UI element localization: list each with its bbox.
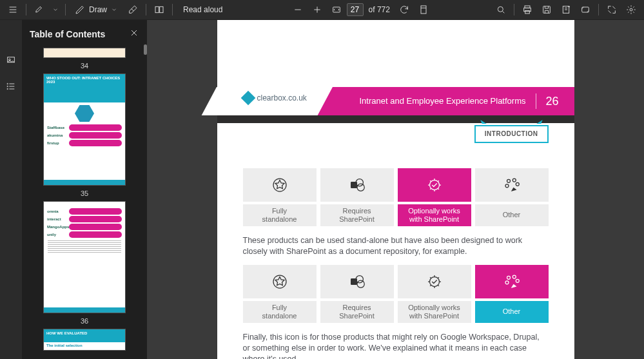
thumbnail-label: 34 <box>81 62 88 70</box>
highlighter-dropdown-icon[interactable] <box>50 1 61 19</box>
svg-point-36 <box>505 281 509 284</box>
chevron-down-icon <box>111 6 117 13</box>
svg-point-25 <box>516 182 519 186</box>
svg-text:S: S <box>352 279 355 284</box>
standalone-icon <box>243 265 317 298</box>
sidebar-rail <box>0 20 22 359</box>
thumbnail-label: 35 <box>81 189 88 197</box>
optional-sharepoint-label: Optionally works with SharePoint <box>398 204 471 226</box>
svg-point-23 <box>507 179 510 182</box>
svg-point-24 <box>512 179 516 182</box>
thumbnail-label: 36 <box>81 317 88 325</box>
standalone-icon <box>243 168 317 202</box>
draw-label: Draw <box>89 5 107 14</box>
svg-rect-7 <box>525 10 530 14</box>
page-view-icon[interactable] <box>415 1 433 19</box>
thumbnail-35[interactable]: WHO STOOD OUT: INTRANET CHOICES 2023 Sta… <box>43 73 126 186</box>
zoom-out-icon[interactable] <box>289 1 307 19</box>
svg-point-26 <box>505 184 509 188</box>
contents-icon[interactable] <box>4 1 22 19</box>
optional-sharepoint-icon <box>398 168 471 202</box>
search-icon[interactable] <box>492 1 510 19</box>
other-icon <box>475 168 549 202</box>
sidebar-scrollbar[interactable] <box>144 44 147 55</box>
other-icon <box>475 265 549 298</box>
other-label: Other <box>475 301 549 323</box>
toc-title: Table of Contents <box>30 29 105 39</box>
pdf-page: clearbox.co.uk Intranet and Employee Exp… <box>217 20 574 359</box>
erase-icon[interactable] <box>124 1 142 19</box>
svg-point-4 <box>498 6 503 12</box>
requires-sharepoint-label: Requires SharePoint <box>320 301 394 323</box>
option-row-labels-2: Fully standalone Requires SharePoint Opt… <box>243 301 549 323</box>
read-aloud-label: Read aloud <box>183 5 222 14</box>
print-icon[interactable] <box>518 1 536 19</box>
svg-rect-1 <box>160 6 163 12</box>
fit-page-icon[interactable] <box>327 1 346 19</box>
page-total-label: of 772 <box>369 5 390 14</box>
settings-icon[interactable] <box>622 1 640 19</box>
thumbnail-36[interactable]: omnia interact MangoApps unily <box>43 201 126 313</box>
svg-rect-0 <box>155 6 159 12</box>
toc-sidebar: Table of Contents 34 WHO STOOD OUT: INTR… <box>22 20 147 359</box>
svg-rect-3 <box>421 6 426 14</box>
optional-sharepoint-label: Optionally works with SharePoint <box>398 301 471 323</box>
two-page-view-icon[interactable] <box>150 1 168 19</box>
svg-rect-5 <box>525 6 530 8</box>
outline-view-icon[interactable] <box>3 78 19 95</box>
svg-point-19 <box>357 184 364 191</box>
thumbnail-list: 34 WHO STOOD OUT: INTRANET CHOICES 2023 … <box>22 48 147 359</box>
svg-point-11 <box>630 8 632 11</box>
standalone-label: Fully standalone <box>243 204 317 226</box>
cube-icon <box>240 91 255 106</box>
fullscreen-icon[interactable] <box>603 1 621 19</box>
rotate-icon[interactable] <box>395 1 413 19</box>
svg-point-14 <box>7 83 8 84</box>
add-note-icon[interactable] <box>557 1 575 19</box>
svg-point-34 <box>512 275 516 278</box>
standalone-label: Fully standalone <box>243 301 317 323</box>
brand-logo: clearbox.co.uk <box>243 93 307 103</box>
option-row-labels: Fully standalone Requires SharePoint Opt… <box>243 204 549 226</box>
draw-button[interactable]: Draw <box>70 5 122 15</box>
svg-point-16 <box>7 88 8 89</box>
save-icon[interactable] <box>538 1 556 19</box>
close-sidebar-icon[interactable] <box>129 28 139 40</box>
zoom-in-icon[interactable] <box>308 1 326 19</box>
requires-sharepoint-label: Requires SharePoint <box>320 204 394 226</box>
thumbnail-37[interactable]: HOW WE EVALUATED The initial selection <box>43 329 126 351</box>
option-row-icons: S <box>243 168 549 202</box>
svg-point-35 <box>516 279 519 282</box>
page-number-input[interactable] <box>347 3 364 16</box>
screenshot-icon[interactable] <box>576 1 594 19</box>
svg-point-33 <box>507 276 510 279</box>
svg-point-15 <box>7 86 8 86</box>
option-row-icons-2: S <box>243 265 549 298</box>
page-controls: of 772 <box>289 1 433 19</box>
requires-sharepoint-icon: S <box>320 265 394 298</box>
requires-sharepoint-icon: S <box>320 168 394 202</box>
thumbnail-34[interactable] <box>43 48 126 58</box>
pen-icon <box>75 5 85 15</box>
read-aloud-button[interactable]: Read aloud <box>177 5 229 14</box>
svg-text:S: S <box>352 183 355 188</box>
banner-title: Intranet and Employee Experience Platfor… <box>360 95 526 107</box>
optional-sharepoint-icon <box>398 265 471 298</box>
para-optional: These products can be used stand-alone b… <box>243 235 549 257</box>
document-viewport[interactable]: clearbox.co.uk Intranet and Employee Exp… <box>147 20 644 359</box>
svg-rect-8 <box>543 6 551 14</box>
pdf-toolbar: Draw Read aloud of 772 <box>0 0 644 20</box>
intro-tag: INTRODUCTION <box>474 125 549 143</box>
banner-page-number: 26 <box>536 93 558 109</box>
highlighter-icon[interactable] <box>30 1 48 19</box>
svg-point-29 <box>357 280 364 287</box>
para-other: Finally, this icon is for those products… <box>243 332 549 359</box>
thumbnails-view-icon[interactable] <box>3 52 19 69</box>
other-label: Other <box>475 204 549 226</box>
